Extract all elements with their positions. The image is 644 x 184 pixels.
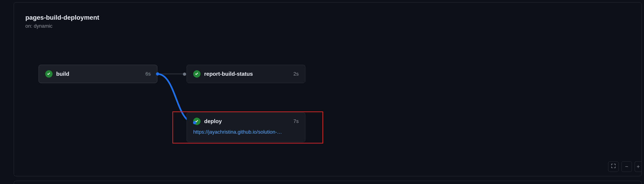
connector-dot bbox=[156, 72, 159, 75]
job-duration: 7s bbox=[294, 118, 299, 124]
job-name: deploy bbox=[204, 118, 294, 125]
workflow-title: pages-build-deployment bbox=[25, 14, 99, 22]
fullscreen-icon bbox=[611, 163, 616, 170]
job-node-deploy[interactable]: deploy 7s https://jayachristina.github.i… bbox=[186, 112, 305, 142]
job-node-report-build-status[interactable]: report-build-status 2s bbox=[186, 65, 305, 83]
next-panel-top-edge bbox=[14, 181, 642, 184]
connector-dot bbox=[193, 121, 196, 124]
workflow-graph-panel: pages-build-deployment on: dynamic build… bbox=[14, 2, 642, 176]
connector-lines bbox=[14, 3, 642, 176]
fullscreen-button[interactable] bbox=[608, 161, 619, 172]
graph-toolbar: − + bbox=[608, 161, 638, 172]
job-duration: 2s bbox=[294, 71, 299, 77]
workflow-header: pages-build-deployment on: dynamic bbox=[25, 14, 99, 29]
job-node-build[interactable]: build 6s bbox=[38, 65, 157, 83]
deploy-url-link[interactable]: https://jayachristina.github.io/solution… bbox=[193, 129, 299, 135]
plus-icon: + bbox=[636, 163, 640, 170]
check-circle-icon bbox=[193, 70, 200, 77]
zoom-out-button[interactable]: − bbox=[622, 161, 632, 172]
job-name: build bbox=[56, 71, 146, 77]
job-name: report-build-status bbox=[204, 71, 294, 77]
connector-dot bbox=[183, 72, 186, 76]
minus-icon: − bbox=[625, 163, 628, 170]
workflow-trigger: on: dynamic bbox=[25, 23, 99, 29]
job-duration: 6s bbox=[146, 71, 151, 77]
zoom-in-button[interactable]: + bbox=[635, 161, 642, 172]
check-circle-icon bbox=[45, 70, 52, 77]
